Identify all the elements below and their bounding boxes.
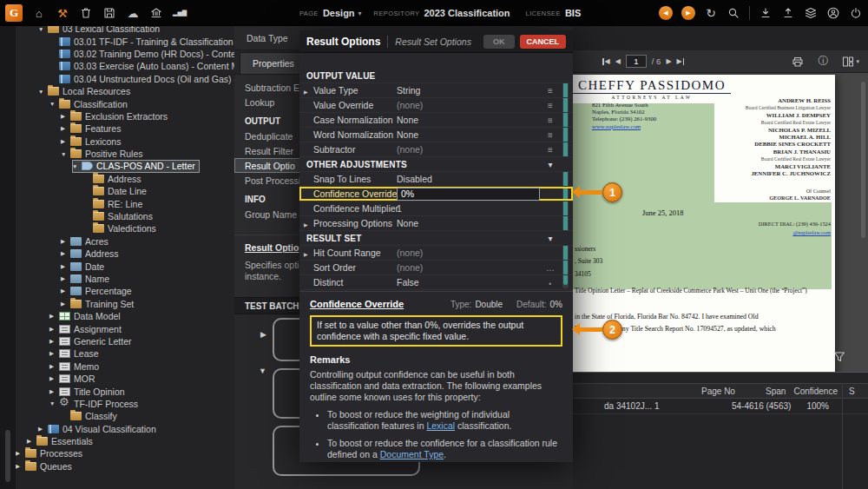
dialog-property-row[interactable]: Value Type String [299,83,573,98]
back-button[interactable]: ◀ [659,6,673,20]
layout-icon[interactable]: ▾ [842,56,859,68]
previous-page-button[interactable]: ◀ [615,57,621,65]
tree-item[interactable]: Memo [49,360,103,373]
dialog-property-row[interactable]: OUTPUT VALUE [299,69,573,83]
property-value[interactable]: None [397,115,542,125]
tree-item[interactable]: Exclusion Extractors [61,110,172,122]
tree-item[interactable]: RE: Line [83,197,147,209]
property-value[interactable]: Disabled [397,174,542,184]
tools-icon[interactable]: ⚒ [56,7,69,20]
dialog-property-row[interactable]: RESULT SET [299,231,573,246]
dialog-property-row[interactable]: Word Normalization None [299,128,573,142]
tree-item[interactable]: Assignment [49,322,126,334]
forward-button[interactable]: ▶ [681,6,695,20]
tree-expand-arrow[interactable] [49,400,59,406]
property-value[interactable]: None [397,129,542,140]
tree-expand-arrow[interactable] [72,163,82,169]
tree-expand-arrow[interactable] [38,426,48,433]
tree-item[interactable]: Classification [49,97,132,109]
property-row-icon[interactable] [542,116,559,125]
tree-expand-arrow[interactable] [49,313,59,320]
next-page-button[interactable]: ▶ [666,57,671,65]
property-row-icon[interactable] [542,160,559,169]
dialog-property-row[interactable]: OTHER ADJUSTMENTS [299,157,573,172]
dialog-property-row[interactable]: Sort Order (none) [299,261,573,275]
dialog-property-row[interactable]: Subtractor (none) [299,142,573,157]
dialog-property-row[interactable]: Value Override (none) [299,98,573,113]
tree-item[interactable]: Name [61,273,114,285]
property-value[interactable]: 1 [397,203,542,214]
tree-expand-arrow[interactable] [49,338,59,345]
property-row-icon[interactable] [542,101,559,110]
user-icon[interactable] [826,7,840,19]
tree-item[interactable]: Generic Letter [49,335,136,347]
tree-expand-arrow[interactable] [61,301,70,307]
caret-down-icon[interactable]: ▾ [358,10,362,17]
tree-expand-arrow[interactable] [61,250,70,257]
power-icon[interactable] [849,7,863,19]
property-row-icon[interactable] [542,263,559,273]
tree-item[interactable]: Lexicons [61,135,125,148]
tree-item[interactable]: 03 Lexical Classification [38,26,164,35]
property-row-icon[interactable] [542,278,559,287]
tree-item[interactable]: 04 Visual Classification [38,423,161,435]
property-value[interactable]: (none) [397,248,542,258]
property-value[interactable]: False [397,277,542,287]
tree-scrollbar-thumb[interactable] [5,430,10,482]
cloud-icon[interactable]: ☁ [126,7,140,20]
cancel-button[interactable]: CANCEL [520,35,567,49]
property-row-icon[interactable] [542,145,559,155]
column-header-confidence[interactable]: Confidence [793,384,838,399]
app-logo[interactable]: G [5,4,23,22]
help-link[interactable]: Document Type [380,449,444,459]
tree-item[interactable]: Valedictions [83,222,161,235]
property-row-icon[interactable] [542,130,559,140]
tree-item[interactable]: 03.03 Exercise (Auto Loans) - Content M [49,60,234,72]
page-selector[interactable]: Design [323,8,355,18]
tree-scrollbar-gutter[interactable] [0,26,16,489]
refresh-icon[interactable]: ↻ [704,6,718,20]
tree-expand-arrow[interactable] [61,263,70,270]
tree-expand-arrow[interactable] [27,438,36,445]
tree-item[interactable]: MOR [49,373,100,385]
tree-item[interactable]: Address [61,248,123,260]
property-value[interactable]: (none) [397,100,542,110]
property-value[interactable]: None [397,218,542,228]
email-link[interactable]: @napleslaw.com [792,229,831,235]
viewer-scrollbar[interactable] [861,82,865,238]
property-row-icon[interactable] [542,86,559,96]
last-page-button[interactable]: ▶ [677,57,685,65]
tree-item[interactable]: Acres [61,235,113,248]
tree-item[interactable]: Percentage [61,285,136,297]
tree-expand-arrow[interactable] [49,326,59,333]
tree-item[interactable]: Essentials [27,435,97,447]
upload-icon[interactable] [781,7,795,19]
batch-expand-icon[interactable]: ▶ [260,330,266,339]
batch-collapse-icon[interactable]: ▼ [259,367,266,375]
column-header-s[interactable]: S [849,384,855,399]
tree-expand-arrow[interactable] [49,363,59,370]
layers-icon[interactable] [804,7,818,19]
search-icon[interactable] [727,7,740,19]
property-value[interactable]: String [397,85,542,96]
tree-item[interactable]: Date Line [83,185,151,197]
delete-icon[interactable] [79,7,93,19]
tree-item[interactable]: Data Model [49,310,125,322]
page-number-input[interactable]: 1 [626,55,647,68]
help-link[interactable]: Lexical [426,420,455,431]
download-icon[interactable] [759,7,773,19]
tree-item[interactable]: Local Resources [38,85,135,97]
tree-item[interactable]: TF-IDF Process [49,398,142,410]
tree-expand-arrow[interactable] [61,138,70,145]
property-row-icon[interactable] [542,234,559,243]
tree-expand-arrow[interactable] [61,125,70,132]
tree-item[interactable]: Address [83,173,146,185]
home-icon[interactable]: ⌂ [32,7,46,20]
property-value[interactable]: 0% [397,188,540,201]
chart-icon[interactable]: ▂▅▇ [173,10,187,17]
tree-expand-arrow[interactable] [16,463,25,470]
tree-expand-arrow[interactable] [38,26,48,32]
filter-icon[interactable] [833,351,845,367]
tree-item[interactable]: 03.04 Unstructured Docs (Oil and Gas) - [49,73,234,85]
property-value[interactable]: (none) [397,144,542,155]
